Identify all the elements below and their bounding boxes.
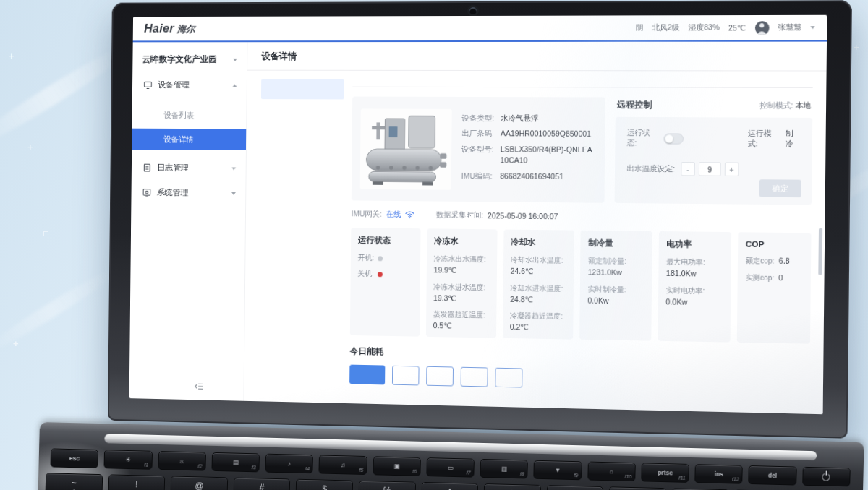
run-state-toggle[interactable]: [664, 133, 684, 144]
metric-item: 冷冻水出水温度:19.9℃: [433, 254, 489, 276]
metric-card-title: 制冷量: [588, 238, 645, 249]
metric-card-title: COP: [746, 240, 804, 249]
key-glyph: ins: [715, 470, 724, 478]
metric-value: 181.0Kw: [666, 269, 724, 280]
metric-card-title: 电功率: [666, 238, 724, 250]
keyboard-key: ⌂ f10: [587, 462, 636, 482]
metric-label: 额定cop:: [745, 257, 774, 265]
energy-range-button[interactable]: [461, 367, 488, 387]
remote-control-card: 运行状态: 运行模式: 制冷 出水温度设定: -: [615, 117, 813, 205]
gateway-label: IMU网关:: [351, 209, 381, 219]
keyboard-key: ▣ f6: [373, 456, 421, 476]
metric-item: 实时电功率:0.0Kw: [665, 285, 723, 308]
sidebar-item-park[interactable]: 云眸数字文化产业园: [132, 48, 247, 72]
key-label: f12: [732, 476, 739, 481]
key-label: f3: [252, 465, 256, 470]
device-field-label: 出厂条码:: [461, 128, 501, 139]
metric-value: 0.0Kw: [665, 297, 723, 308]
key-glyph: ▼: [555, 466, 561, 473]
sidebar-item-sys-mgmt[interactable]: 系统管理: [131, 180, 245, 206]
device-field: 出厂条码: AA19HR0010059Q850001: [461, 128, 596, 139]
energy-range-button[interactable]: [426, 366, 454, 387]
gateway-row: IMU网关: 在线 数据采集时间: 2025-05-09 16:00:07: [351, 209, 811, 224]
machine-list-item[interactable]: [261, 103, 344, 124]
metric-card: 冷冻水冷冻水出水温度:19.9℃冷冻水进水温度:19.3℃蒸发器趋近温度:0.5…: [426, 228, 498, 338]
metric-cards: 运行状态开机:关机:冷冻水冷冻水出水温度:19.9℃冷冻水进水温度:19.3℃蒸…: [350, 228, 812, 344]
laptop-screen: Haier海尔 阴 北风2级 湿度83% 25℃ 张慧慧 云眸数字文化产业园: [108, 0, 852, 439]
power-icon: [822, 473, 830, 481]
keyboard-key: ▭ f7: [426, 457, 475, 478]
user-name[interactable]: 张慧慧: [778, 22, 801, 33]
key-label: f4: [305, 466, 310, 471]
metric-item: 实时制冷量:0.0Kw: [587, 284, 644, 306]
collapse-sidebar-icon[interactable]: [194, 382, 204, 392]
background-plus-mark: +: [13, 338, 19, 349]
key-label: f7: [467, 470, 471, 475]
background-plus-mark: +: [27, 142, 33, 152]
energy-range-button[interactable]: [349, 365, 385, 385]
sidebar-item-device-detail[interactable]: 设备详情: [132, 129, 246, 150]
status-dot-gray: [378, 256, 383, 261]
page-title: 设备详情: [261, 51, 813, 63]
metric-value: 0.2℃: [510, 322, 566, 333]
metric-card-title: 冷却水: [511, 237, 567, 249]
key-shift-symbol: @: [195, 481, 204, 490]
key-label: f11: [678, 476, 685, 481]
app-window: Haier海尔 阴 北风2级 湿度83% 25℃ 张慧慧 云眸数字文化产业园: [129, 15, 827, 414]
machine-list-item[interactable]: [261, 79, 344, 100]
keyboard-key: ☼ f2: [158, 451, 206, 471]
key-shift-symbol: %: [383, 486, 391, 490]
device-field-value: LSBLX350/R4(BP)-QNLEA10CA10: [500, 144, 596, 166]
keyboard-key: # 3: [233, 478, 291, 490]
metric-card: COP额定cop:6.8实测cop:0: [737, 232, 812, 343]
metric-item: 实测cop:0: [745, 272, 803, 283]
metric-card-title: 运行状态: [358, 235, 414, 246]
brand-logo-en: Haier: [144, 22, 174, 35]
metric-item: 额定cop:6.8: [745, 256, 803, 267]
control-mode-value: 本地: [796, 100, 812, 109]
keyboard-key: prtsc f11: [641, 463, 689, 483]
temp-decrease-button[interactable]: -: [681, 162, 695, 176]
background-plus-mark: +: [9, 51, 14, 61]
temp-setpoint-value[interactable]: 9: [699, 162, 721, 176]
key-glyph: ▥: [501, 465, 507, 473]
sidebar-item-device-mgmt[interactable]: 设备管理: [132, 72, 247, 98]
device-field-label: 设备型号:: [461, 144, 501, 166]
key-label: f9: [574, 473, 578, 478]
energy-range-button[interactable]: [495, 368, 522, 388]
chevron-down-icon: [231, 167, 236, 170]
sidebar-item-label: 设备管理: [158, 79, 227, 90]
key-glyph: ♫: [341, 461, 346, 468]
metric-item: 开机:: [358, 253, 414, 263]
key-glyph: ▤: [233, 459, 239, 466]
metric-value: 19.3℃: [433, 293, 489, 304]
key-glyph: prtsc: [658, 469, 673, 477]
sidebar-item-device-list[interactable]: 设备列表: [132, 104, 247, 126]
weather-humidity: 湿度83%: [689, 22, 720, 33]
confirm-button[interactable]: 确定: [760, 179, 801, 197]
chevron-up-icon: [233, 84, 237, 87]
chevron-down-icon[interactable]: [810, 26, 814, 29]
key-glyph: ☼: [179, 457, 184, 465]
run-state-label: 运行状态:: [627, 128, 658, 149]
energy-range-button[interactable]: [392, 366, 420, 386]
weather-wind: 北风2级: [652, 22, 679, 33]
weather-condition: 阴: [636, 23, 644, 33]
keyboard-key: ins f12: [694, 464, 743, 484]
metric-item: 冷却水进水温度:24.8℃: [510, 283, 566, 305]
metric-card: 冷却水冷却水出水温度:24.6℃冷却水进水温度:24.8℃冷凝器趋近温度:0.2…: [503, 230, 575, 340]
metric-item: 额定制冷量:1231.0Kw: [588, 256, 645, 278]
sidebar-item-label: 日志管理: [157, 163, 226, 173]
metric-label: 实时制冷量:: [587, 285, 626, 293]
scrollbar-thumb[interactable]: [818, 228, 822, 275]
sidebar-item-log-mgmt[interactable]: 日志管理: [132, 155, 246, 181]
metric-label: 关机:: [357, 270, 373, 278]
webcam: [469, 7, 477, 14]
metric-value: 0.0Kw: [587, 296, 644, 306]
temp-increase-button[interactable]: +: [725, 162, 739, 176]
user-avatar[interactable]: [754, 21, 769, 35]
chiller-image: [362, 111, 450, 187]
sidebar: 云眸数字文化产业园 设备管理 设备列表 设备详情 日志管理 系统管理: [129, 42, 248, 401]
main-content: 设备详情: [244, 42, 827, 415]
key-glyph: del: [768, 472, 778, 479]
